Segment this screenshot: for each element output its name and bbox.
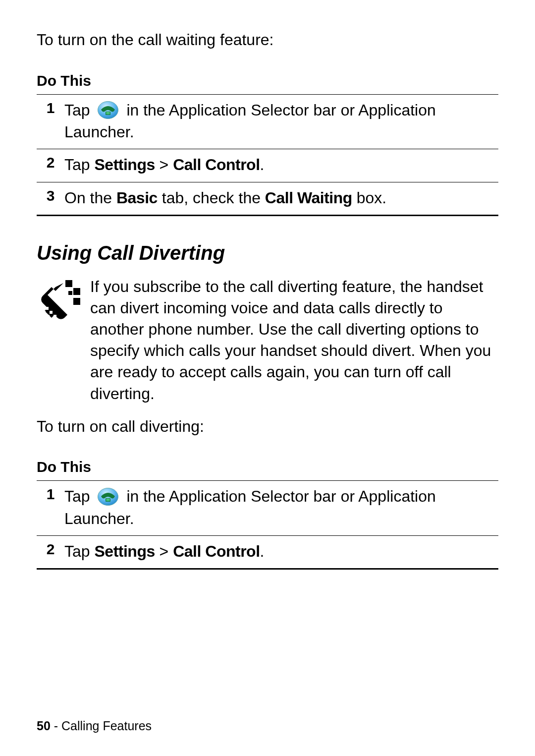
step-text: tab, check the <box>158 189 265 207</box>
svg-rect-13 <box>50 311 53 314</box>
svg-rect-24 <box>107 500 108 501</box>
svg-rect-7 <box>109 114 110 115</box>
svg-rect-23 <box>107 500 107 501</box>
svg-rect-4 <box>109 112 110 113</box>
step-number: 2 <box>37 154 64 171</box>
svg-rect-16 <box>47 315 50 318</box>
step-text: . <box>260 156 265 174</box>
step-text: > <box>155 542 173 560</box>
step-row: 2 Tap Settings > Call Control. <box>37 535 498 570</box>
svg-rect-10 <box>73 298 80 305</box>
step-body: Tap <box>64 100 498 143</box>
phone-app-icon <box>97 101 119 119</box>
step-number: 3 <box>37 187 64 204</box>
page-number: 50 <box>37 719 51 733</box>
step-text: box. <box>352 189 386 207</box>
step-row: 1 Tap in the Appli <box>37 480 498 535</box>
do-this-header: Do This <box>37 455 498 480</box>
step-text: Tap <box>64 542 94 560</box>
intro-text-2: To turn on call diverting: <box>37 416 498 437</box>
step-number: 1 <box>37 100 64 116</box>
manual-page: To turn on the call waiting feature: Do … <box>0 0 535 756</box>
feature-paragraph-with-icon: If you subscribe to the call diverting f… <box>37 276 498 405</box>
step-text: Tap <box>64 487 94 505</box>
svg-rect-20 <box>107 499 107 500</box>
ui-term: Basic <box>116 189 158 207</box>
step-body: Tap Settings > Call Control. <box>64 154 498 175</box>
intro-text-1: To turn on the call waiting feature: <box>37 30 498 51</box>
step-text: in the Application Selector bar or Appli… <box>64 101 436 141</box>
do-this-header: Do This <box>37 68 498 94</box>
svg-rect-12 <box>46 307 49 310</box>
svg-rect-15 <box>43 311 46 314</box>
page-footer: 50 - Calling Features <box>37 719 152 733</box>
steps-table-1: Do This 1 Tap <box>37 68 498 216</box>
svg-rect-2 <box>107 112 107 113</box>
footer-sep: - <box>51 719 61 733</box>
ui-term: Call Waiting <box>265 189 352 207</box>
ui-term: Call Control <box>173 542 260 560</box>
step-text: in the Application Selector bar or Appli… <box>64 487 436 527</box>
step-text: Tap <box>64 156 94 174</box>
step-number: 1 <box>37 486 64 503</box>
svg-rect-6 <box>107 114 108 115</box>
step-row: 3 On the Basic tab, check the Call Waiti… <box>37 182 498 216</box>
svg-rect-22 <box>109 499 110 500</box>
ui-term: Settings <box>94 156 155 174</box>
svg-rect-9 <box>73 288 80 295</box>
svg-rect-17 <box>51 319 54 322</box>
svg-rect-25 <box>109 500 110 501</box>
step-text: . <box>260 542 265 560</box>
handset-satellite-icon <box>37 278 81 323</box>
section-name: Calling Features <box>61 719 152 733</box>
feature-paragraph-text: If you subscribe to the call diverting f… <box>90 276 498 405</box>
step-text: Tap <box>64 101 94 119</box>
ui-term: Settings <box>94 542 155 560</box>
step-text: On the <box>64 189 116 207</box>
step-text: > <box>155 156 173 174</box>
step-row: 2 Tap Settings > Call Control. <box>37 149 498 181</box>
step-body: Tap Settings > Call Control. <box>64 541 498 562</box>
step-number: 2 <box>37 541 64 558</box>
svg-rect-11 <box>68 291 72 295</box>
section-heading: Using Call Diverting <box>37 242 498 264</box>
svg-rect-21 <box>107 499 108 500</box>
step-row: 1 Tap <box>37 94 498 149</box>
step-body: On the Basic tab, check the Call Waiting… <box>64 187 498 209</box>
step-body: Tap in the Application Selector b <box>64 486 498 529</box>
ui-term: Call Control <box>173 156 260 174</box>
svg-rect-5 <box>107 114 107 115</box>
svg-rect-8 <box>65 280 72 287</box>
phone-app-icon <box>97 487 119 506</box>
svg-rect-14 <box>54 315 56 318</box>
svg-rect-3 <box>107 112 108 113</box>
steps-table-2: Do This 1 Tap <box>37 455 498 570</box>
